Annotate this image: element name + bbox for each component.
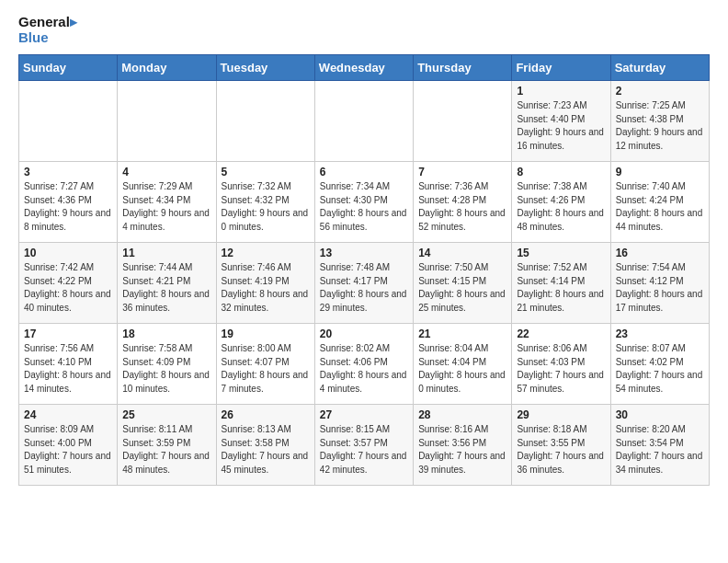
calendar-cell [19, 81, 118, 162]
calendar-cell: 27Sunrise: 8:15 AM Sunset: 3:57 PM Dayli… [314, 405, 413, 486]
day-info: Sunrise: 8:07 AM Sunset: 4:02 PM Dayligh… [616, 342, 704, 396]
header-row: SundayMondayTuesdayWednesdayThursdayFrid… [19, 55, 710, 81]
calendar-cell: 10Sunrise: 7:42 AM Sunset: 4:22 PM Dayli… [19, 243, 118, 324]
page-header: General▸ Blue [18, 15, 710, 45]
calendar-cell: 28Sunrise: 8:16 AM Sunset: 3:56 PM Dayli… [414, 405, 512, 486]
header-day-thursday: Thursday [414, 55, 512, 81]
day-number: 28 [418, 408, 506, 421]
day-info: Sunrise: 8:20 AM Sunset: 3:54 PM Dayligh… [616, 423, 704, 477]
day-info: Sunrise: 8:13 AM Sunset: 3:58 PM Dayligh… [222, 423, 310, 477]
calendar-cell [414, 81, 512, 162]
day-number: 3 [24, 166, 112, 178]
day-info: Sunrise: 7:56 AM Sunset: 4:10 PM Dayligh… [24, 342, 112, 396]
calendar-cell: 12Sunrise: 7:46 AM Sunset: 4:19 PM Dayli… [216, 243, 314, 324]
calendar-cell: 2Sunrise: 7:25 AM Sunset: 4:38 PM Daylig… [610, 81, 709, 162]
calendar-cell: 17Sunrise: 7:56 AM Sunset: 4:10 PM Dayli… [19, 324, 118, 405]
calendar-cell: 14Sunrise: 7:50 AM Sunset: 4:15 PM Dayli… [414, 243, 512, 324]
calendar-cell: 22Sunrise: 8:06 AM Sunset: 4:03 PM Dayli… [512, 324, 610, 405]
header-day-saturday: Saturday [610, 55, 709, 81]
day-number: 29 [517, 408, 605, 421]
day-info: Sunrise: 8:04 AM Sunset: 4:04 PM Dayligh… [418, 342, 506, 396]
day-number: 30 [616, 408, 704, 421]
day-info: Sunrise: 7:44 AM Sunset: 4:21 PM Dayligh… [122, 261, 210, 315]
calendar-cell: 15Sunrise: 7:52 AM Sunset: 4:14 PM Dayli… [512, 243, 610, 324]
calendar-table: SundayMondayTuesdayWednesdayThursdayFrid… [18, 54, 710, 486]
calendar-cell: 16Sunrise: 7:54 AM Sunset: 4:12 PM Dayli… [610, 243, 709, 324]
day-number: 12 [222, 247, 310, 259]
day-info: Sunrise: 8:02 AM Sunset: 4:06 PM Dayligh… [320, 342, 408, 396]
calendar-cell: 20Sunrise: 8:02 AM Sunset: 4:06 PM Dayli… [314, 324, 413, 405]
calendar-cell: 9Sunrise: 7:40 AM Sunset: 4:24 PM Daylig… [610, 162, 709, 243]
header-day-monday: Monday [118, 55, 216, 81]
calendar-cell: 24Sunrise: 8:09 AM Sunset: 4:00 PM Dayli… [19, 405, 118, 486]
logo: General▸ Blue [18, 15, 77, 45]
day-info: Sunrise: 7:27 AM Sunset: 4:36 PM Dayligh… [24, 180, 112, 234]
day-number: 21 [418, 327, 506, 340]
day-number: 10 [24, 247, 112, 259]
calendar-cell: 29Sunrise: 8:18 AM Sunset: 3:55 PM Dayli… [512, 405, 610, 486]
calendar-cell: 13Sunrise: 7:48 AM Sunset: 4:17 PM Dayli… [314, 243, 413, 324]
calendar-cell: 19Sunrise: 8:00 AM Sunset: 4:07 PM Dayli… [216, 324, 314, 405]
day-number: 23 [616, 327, 704, 340]
day-info: Sunrise: 8:06 AM Sunset: 4:03 PM Dayligh… [517, 342, 605, 396]
day-info: Sunrise: 8:16 AM Sunset: 3:56 PM Dayligh… [418, 423, 506, 477]
day-info: Sunrise: 7:25 AM Sunset: 4:38 PM Dayligh… [616, 99, 704, 153]
day-info: Sunrise: 7:29 AM Sunset: 4:34 PM Dayligh… [122, 180, 210, 234]
calendar-week-3: 10Sunrise: 7:42 AM Sunset: 4:22 PM Dayli… [19, 243, 710, 324]
day-info: Sunrise: 7:50 AM Sunset: 4:15 PM Dayligh… [418, 261, 506, 315]
day-info: Sunrise: 7:54 AM Sunset: 4:12 PM Dayligh… [616, 261, 704, 315]
day-info: Sunrise: 7:58 AM Sunset: 4:09 PM Dayligh… [122, 342, 210, 396]
day-number: 4 [122, 166, 210, 178]
day-number: 19 [222, 327, 310, 340]
day-number: 9 [616, 166, 704, 178]
calendar-cell: 18Sunrise: 7:58 AM Sunset: 4:09 PM Dayli… [118, 324, 216, 405]
header-day-tuesday: Tuesday [216, 55, 314, 81]
calendar-cell [118, 81, 216, 162]
day-number: 22 [517, 327, 605, 340]
calendar-week-2: 3Sunrise: 7:27 AM Sunset: 4:36 PM Daylig… [19, 162, 710, 243]
calendar-header: SundayMondayTuesdayWednesdayThursdayFrid… [19, 55, 710, 81]
day-number: 7 [418, 166, 506, 178]
calendar-body: 1Sunrise: 7:23 AM Sunset: 4:40 PM Daylig… [19, 81, 710, 486]
day-number: 18 [122, 327, 210, 340]
day-info: Sunrise: 8:15 AM Sunset: 3:57 PM Dayligh… [320, 423, 408, 477]
day-number: 5 [222, 166, 310, 178]
day-number: 14 [418, 247, 506, 259]
calendar-cell: 21Sunrise: 8:04 AM Sunset: 4:04 PM Dayli… [414, 324, 512, 405]
calendar-cell [216, 81, 314, 162]
day-info: Sunrise: 8:18 AM Sunset: 3:55 PM Dayligh… [517, 423, 605, 477]
day-info: Sunrise: 7:34 AM Sunset: 4:30 PM Dayligh… [320, 180, 408, 234]
calendar-week-4: 17Sunrise: 7:56 AM Sunset: 4:10 PM Dayli… [19, 324, 710, 405]
day-number: 16 [616, 247, 704, 259]
calendar-cell: 23Sunrise: 8:07 AM Sunset: 4:02 PM Dayli… [610, 324, 709, 405]
calendar-cell: 25Sunrise: 8:11 AM Sunset: 3:59 PM Dayli… [118, 405, 216, 486]
day-info: Sunrise: 8:11 AM Sunset: 3:59 PM Dayligh… [122, 423, 210, 477]
day-number: 15 [517, 247, 605, 259]
calendar-cell: 4Sunrise: 7:29 AM Sunset: 4:34 PM Daylig… [118, 162, 216, 243]
day-number: 24 [24, 408, 112, 421]
calendar-week-1: 1Sunrise: 7:23 AM Sunset: 4:40 PM Daylig… [19, 81, 710, 162]
day-number: 13 [320, 247, 408, 259]
day-number: 26 [222, 408, 310, 421]
day-number: 2 [616, 85, 704, 98]
day-number: 11 [122, 247, 210, 259]
day-info: Sunrise: 7:36 AM Sunset: 4:28 PM Dayligh… [418, 180, 506, 234]
calendar-cell: 5Sunrise: 7:32 AM Sunset: 4:32 PM Daylig… [216, 162, 314, 243]
day-number: 25 [122, 408, 210, 421]
calendar-cell: 7Sunrise: 7:36 AM Sunset: 4:28 PM Daylig… [414, 162, 512, 243]
header-day-wednesday: Wednesday [314, 55, 413, 81]
calendar-cell: 30Sunrise: 8:20 AM Sunset: 3:54 PM Dayli… [610, 405, 709, 486]
day-info: Sunrise: 7:46 AM Sunset: 4:19 PM Dayligh… [222, 261, 310, 315]
day-info: Sunrise: 7:23 AM Sunset: 4:40 PM Dayligh… [517, 99, 605, 153]
day-info: Sunrise: 7:42 AM Sunset: 4:22 PM Dayligh… [24, 261, 112, 315]
day-number: 6 [320, 166, 408, 178]
header-day-sunday: Sunday [19, 55, 118, 81]
day-number: 27 [320, 408, 408, 421]
calendar-cell: 26Sunrise: 8:13 AM Sunset: 3:58 PM Dayli… [216, 405, 314, 486]
calendar-cell: 8Sunrise: 7:38 AM Sunset: 4:26 PM Daylig… [512, 162, 610, 243]
logo-text-block: General▸ Blue [18, 15, 77, 45]
header-day-friday: Friday [512, 55, 610, 81]
day-number: 20 [320, 327, 408, 340]
calendar-cell: 6Sunrise: 7:34 AM Sunset: 4:30 PM Daylig… [314, 162, 413, 243]
calendar-week-5: 24Sunrise: 8:09 AM Sunset: 4:00 PM Dayli… [19, 405, 710, 486]
